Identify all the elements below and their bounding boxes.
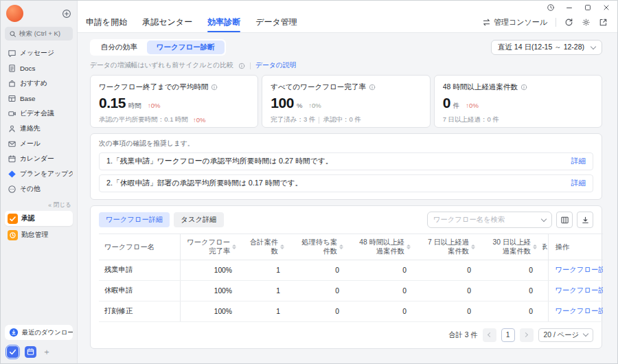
pagination: 合計 3 件 1 20 / ページ xyxy=(99,328,593,342)
sidebar-item[interactable]: プランをアップグレード xyxy=(5,167,73,181)
column-header[interactable]: ワークフロー完了率 xyxy=(180,234,242,260)
sort-icon[interactable] xyxy=(339,244,343,249)
detail-link[interactable]: 詳細 xyxy=(571,157,586,166)
data-description-link[interactable]: データの説明 xyxy=(255,61,296,70)
recommendation-text: 2.「休暇申請」部署の承認平均所要時間は 0.17 時間です。 xyxy=(106,179,302,188)
sidebar-pinned-item[interactable]: 勤怠管理 xyxy=(5,227,73,242)
workflow-name-cell: 休暇申請 xyxy=(99,280,180,301)
sidebar-item[interactable]: メッセージ xyxy=(5,46,73,60)
sort-icon[interactable] xyxy=(471,244,475,249)
search-placeholder: 検索 (Ctrl + K) xyxy=(19,30,60,38)
recommendations-card: 次の事項の確認を推奨します。 1.「残業申請」ワークフローの承認平均所要時間は … xyxy=(90,133,602,200)
page-size-value: 20 / ページ xyxy=(544,330,579,340)
view-tab-task-details[interactable]: タスク詳細 xyxy=(174,212,223,227)
info-icon[interactable] xyxy=(369,84,376,91)
sort-icon[interactable] xyxy=(407,244,411,249)
column-header[interactable]: 合計案件数 xyxy=(242,234,290,260)
history-icon[interactable] xyxy=(547,3,555,12)
workflow-settings-link[interactable]: ワークフロー設定を xyxy=(556,266,604,273)
workflow-search-select[interactable]: ワークフロー名を検索 xyxy=(427,212,552,228)
open-in-window-icon[interactable] xyxy=(599,18,608,27)
value-cell: 0 xyxy=(416,301,481,321)
tab-efficiency-diagnosis[interactable]: 効率診断 xyxy=(207,12,240,32)
tab-data-management[interactable]: データ管理 xyxy=(255,12,297,32)
sidebar-item-label: おすすめ xyxy=(20,79,47,88)
close-icon[interactable] xyxy=(602,3,610,12)
stat-sub-right: 承認中：0 件 xyxy=(323,115,360,124)
sidebar-item[interactable]: 連絡先 xyxy=(5,122,73,135)
user-avatar[interactable] xyxy=(6,5,23,22)
settings-gear-icon[interactable] xyxy=(582,18,591,27)
info-icon[interactable] xyxy=(238,62,245,69)
sort-icon[interactable] xyxy=(533,244,537,249)
table-row: 休暇申請100%10000ワークフロー設定を xyxy=(99,280,603,301)
column-header[interactable]: 30 日以上経過案件数 xyxy=(481,234,542,260)
sidebar-item[interactable]: ビデオ会議 xyxy=(5,106,73,120)
next-page-button[interactable] xyxy=(520,328,534,342)
add-circle-icon[interactable] xyxy=(62,9,71,19)
minimize-icon[interactable] xyxy=(565,3,573,12)
column-header[interactable]: 7 日以上経過案件数 xyxy=(416,234,481,260)
chevron-left-icon xyxy=(488,332,492,337)
recommendations-title: 次の事項の確認を推奨します。 xyxy=(99,139,593,148)
sort-icon[interactable] xyxy=(232,244,236,249)
column-label: 操作 xyxy=(556,242,570,251)
sidebar-pinned-item[interactable]: 承認 xyxy=(5,211,73,226)
refresh-icon[interactable] xyxy=(564,18,573,27)
column-header[interactable]: 48 時間以上経過案件数 xyxy=(349,234,416,260)
global-search-input[interactable]: 検索 (Ctrl + K) xyxy=(5,27,73,41)
chevron-down-icon xyxy=(591,43,596,49)
info-icon[interactable] xyxy=(520,84,527,91)
date-range-value: 直近 14 日(12-15 ～ 12-28) xyxy=(498,43,584,52)
sort-icon[interactable] xyxy=(280,244,284,249)
subtab-my-efficiency[interactable]: 自分の効率 xyxy=(91,41,147,54)
maximize-icon[interactable] xyxy=(584,3,592,12)
download-button[interactable] xyxy=(577,212,593,228)
column-header[interactable]: 処理待ち案件数 xyxy=(290,234,349,260)
dock-app-approval[interactable] xyxy=(7,346,19,358)
sidebar-item[interactable]: カレンダー xyxy=(5,152,73,166)
workflow-settings-link[interactable]: ワークフロー設定を xyxy=(556,307,604,315)
dock-app-attendance[interactable] xyxy=(25,346,36,358)
action-cell: ワークフロー設定を xyxy=(548,280,603,301)
recommendation-item: 2.「休暇申請」部署の承認平均所要時間は 0.17 時間です。 詳細 xyxy=(99,174,593,192)
recent-downloads-button[interactable]: 最近のダウンロード xyxy=(5,325,73,340)
chevron-down-icon xyxy=(583,331,588,337)
admin-console-button[interactable]: 管理コンソール xyxy=(482,17,547,27)
tab-start-request[interactable]: 申請を開始 xyxy=(86,12,127,32)
filters-row: 自分の効率 ワークフロー診断 直近 14 日(12-15 ～ 12-28) xyxy=(90,39,602,56)
page-size-select[interactable]: 20 / ページ xyxy=(538,328,593,342)
sidebar-item[interactable]: Docs xyxy=(5,61,73,75)
subtab-workflow-diagnosis[interactable]: ワークフロー診断 xyxy=(147,41,225,54)
column-label: 48 時間以上経過案件数 xyxy=(354,238,404,256)
workflow-name-cell: 打刻修正 xyxy=(99,301,180,321)
workflow-settings-link[interactable]: ワークフロー設定を xyxy=(556,286,604,294)
sidebar-item-label: 連絡先 xyxy=(20,124,40,133)
date-range-select[interactable]: 直近 14 日(12-15 ～ 12-28) xyxy=(491,40,602,55)
dock-add-button[interactable]: ＋ xyxy=(43,346,51,358)
collapse-label: 閉じる xyxy=(54,201,71,209)
column-settings-button[interactable] xyxy=(556,212,573,228)
sidebar-top xyxy=(5,5,73,22)
column-label: 承 xyxy=(542,242,548,251)
sidebar-item[interactable]: おすすめ xyxy=(5,76,73,90)
sidebar-item[interactable]: その他 xyxy=(5,182,73,196)
info-icon[interactable] xyxy=(211,84,218,91)
sidebar-item[interactable]: Base xyxy=(5,91,73,105)
efficiency-subtabs: 自分の効率 ワークフロー診断 xyxy=(90,39,226,56)
mail-icon xyxy=(8,139,16,148)
tab-approval-center[interactable]: 承認センター xyxy=(142,12,192,32)
value-cell: 1 xyxy=(242,260,290,280)
collapse-icon: « xyxy=(48,202,52,209)
content-area: 自分の効率 ワークフロー診断 直近 14 日(12-15 ～ 12-28) デー… xyxy=(78,33,617,363)
stat-cards-row: ワークフロー終了までの平均時間 0.15 時間 ↑0% 承認の平均所要時間：0.… xyxy=(90,75,602,128)
sidebar-collapse-button[interactable]: « 閉じる xyxy=(5,201,73,209)
workflow-table-card: ワークフロー詳細 タスク詳細 ワークフロー名を検索 xyxy=(90,205,602,349)
prev-page-button[interactable] xyxy=(483,328,496,342)
sidebar-item[interactable]: メール xyxy=(5,137,73,150)
column-header: ワークフロー名 xyxy=(99,234,180,260)
detail-link[interactable]: 詳細 xyxy=(571,179,586,188)
workflow-name-cell: 残業申請 xyxy=(99,260,180,280)
view-tab-workflow-details[interactable]: ワークフロー詳細 xyxy=(99,212,170,227)
current-page-button[interactable]: 1 xyxy=(501,328,515,342)
